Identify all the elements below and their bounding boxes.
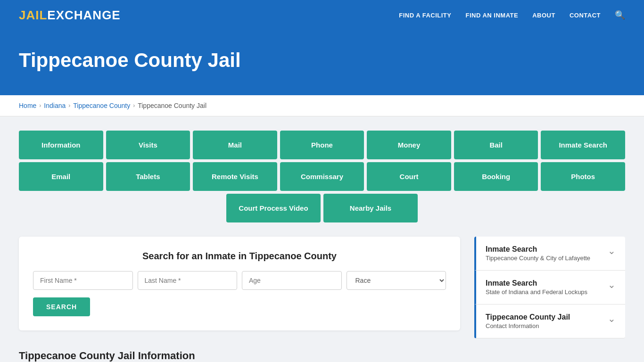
first-name-input[interactable] [33,271,133,290]
race-select[interactable]: Race White Black Hispanic Asian Other [347,271,446,290]
section-title: Tippecanoe County Jail Information [19,350,625,362]
btn-visits[interactable]: Visits [106,131,190,159]
logo[interactable]: JAILEXCHANGE [19,8,121,23]
btn-email[interactable]: Email [19,162,103,191]
btn-court[interactable]: Court [367,162,451,191]
search-title: Search for an Inmate in Tippecanoe Count… [33,251,446,262]
search-card: Search for an Inmate in Tippecanoe Count… [19,237,460,330]
btn-inmate-search[interactable]: Inmate Search [541,131,625,159]
chevron-down-icon-0: ⌄ [608,245,616,256]
sidebar-item-1[interactable]: Inmate Search State of Indiana and Feder… [474,271,625,304]
breadcrumb-sep-3: › [133,102,135,109]
last-name-input[interactable] [138,271,238,290]
btn-commissary[interactable]: Commissary [280,162,364,191]
search-button[interactable]: SEARCH [33,297,90,316]
chevron-down-icon-1: ⌄ [608,279,616,290]
btn-court-process-video[interactable]: Court Process Video [226,194,321,222]
breadcrumb-bar: Home › Indiana › Tippecanoe County › Tip… [0,95,644,116]
btn-remote-visits[interactable]: Remote Visits [193,162,277,191]
breadcrumb-home[interactable]: Home [19,102,36,109]
btn-mail[interactable]: Mail [193,131,277,159]
nav-contact[interactable]: CONTACT [570,12,601,19]
breadcrumb-county[interactable]: Tippecanoe County [73,102,130,109]
btn-booking[interactable]: Booking [454,162,538,191]
logo-jail: JAIL [19,8,47,22]
nav-about[interactable]: ABOUT [532,12,555,19]
hero-section: Tippecanoe County Jail [0,30,644,95]
button-grid-row1: Information Visits Mail Phone Money Bail… [19,131,625,159]
main-content: Information Visits Mail Phone Money Bail… [0,116,644,362]
nav-find-inmate[interactable]: FIND AN INMATE [465,12,518,19]
breadcrumb-indiana[interactable]: Indiana [44,102,66,109]
sidebar-item-0-title: Inmate Search [486,245,590,254]
main-nav: FIND A FACILITY FIND AN INMATE ABOUT CON… [399,10,625,20]
header: JAILEXCHANGE FIND A FACILITY FIND AN INM… [0,0,644,30]
search-icon[interactable]: 🔍 [615,10,625,20]
logo-exchange: EXCHANGE [47,8,120,22]
content-row: Search for an Inmate in Tippecanoe Count… [19,237,625,338]
btn-money[interactable]: Money [367,131,451,159]
sidebar-item-1-title: Inmate Search [486,279,587,288]
btn-tablets[interactable]: Tablets [106,162,190,191]
sidebar-item-2-title: Tippecanoe County Jail [486,313,570,321]
breadcrumb-current: Tippecanoe County Jail [138,102,206,109]
btn-photos[interactable]: Photos [541,162,625,191]
btn-bail[interactable]: Bail [454,131,538,159]
age-input[interactable] [242,271,342,290]
sidebar-item-0-subtitle: Tippecanoe County & City of Lafayette [486,255,590,262]
page-title: Tippecanoe County Jail [19,49,625,72]
breadcrumb-sep-2: › [68,102,70,109]
btn-information[interactable]: Information [19,131,103,159]
sidebar-item-2-subtitle: Contact Information [486,322,570,329]
btn-nearby-jails[interactable]: Nearby Jails [323,194,418,222]
sidebar: Inmate Search Tippecanoe County & City o… [474,237,625,338]
sidebar-item-1-subtitle: State of Indiana and Federal Lockups [486,288,587,296]
sidebar-item-2[interactable]: Tippecanoe County Jail Contact Informati… [474,304,625,338]
breadcrumb: Home › Indiana › Tippecanoe County › Tip… [19,102,625,109]
search-fields: Race White Black Hispanic Asian Other [33,271,446,290]
btn-phone[interactable]: Phone [280,131,364,159]
sidebar-item-0[interactable]: Inmate Search Tippecanoe County & City o… [474,237,625,271]
breadcrumb-sep-1: › [39,102,41,109]
nav-find-facility[interactable]: FIND A FACILITY [399,12,451,19]
chevron-down-icon-2: ⌄ [608,313,616,324]
button-grid-row3: Court Process Video Nearby Jails [19,194,625,222]
button-grid-row2: Email Tablets Remote Visits Commissary C… [19,162,625,191]
